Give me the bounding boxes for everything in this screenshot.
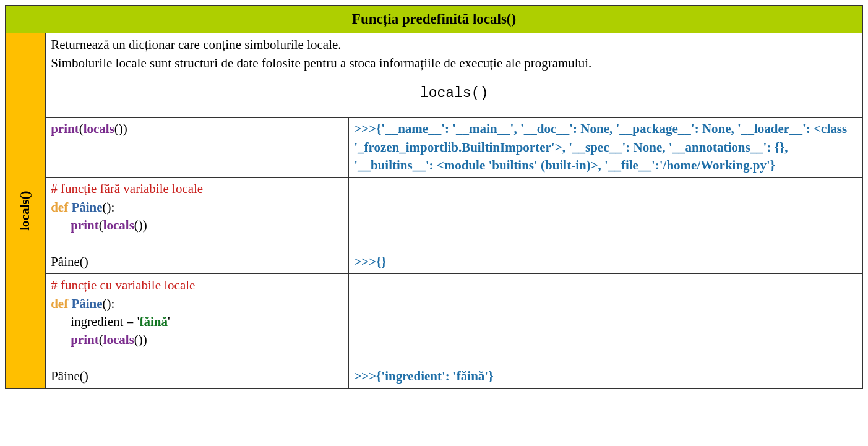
code-token: print — [71, 332, 99, 347]
code-token: locals — [84, 121, 114, 136]
example-row-1: print(locals()) >>>{'__name__': '__main_… — [6, 118, 863, 178]
code-line — [51, 350, 343, 367]
table-header-row: Funcția predefinită locals() — [6, 6, 863, 33]
repl-output: {'__name__': '__main__', '__doc__': None… — [354, 121, 847, 173]
code-token: ' — [168, 314, 170, 329]
code-token: ()) — [134, 218, 147, 233]
code-token: ()) — [114, 121, 127, 136]
code-token: Pâine — [71, 200, 102, 215]
locals-reference-table: Funcția predefinită locals() locals() Re… — [5, 5, 863, 389]
description-row: locals() Returnează un dicționar care co… — [6, 33, 863, 118]
output-cell-1: >>>{'__name__': '__main__', '__doc__': N… — [349, 118, 863, 178]
code-token: # funcție cu variabile locale — [51, 278, 195, 293]
code-line — [51, 235, 343, 253]
example-row-2: # funcție fără variabile localedef Pâine… — [6, 178, 863, 274]
example-row-3: # funcție cu variabile localedef Pâine()… — [6, 274, 863, 388]
repl-output: {} — [376, 254, 387, 269]
desc-line2: Simbolurile locale sunt structuri de dat… — [51, 56, 591, 71]
code-token: def — [51, 296, 71, 311]
repl-prompt: >>> — [354, 254, 376, 269]
code-token: ( — [79, 121, 84, 136]
code-token: ( — [99, 332, 103, 347]
code-line: print(locals()) — [51, 331, 343, 349]
code-token: Pâine() — [51, 369, 88, 384]
code-line: # funcție fără variabile locale — [51, 180, 343, 198]
code-token: Pâine — [71, 296, 102, 311]
code-line: def Pâine(): — [51, 295, 343, 313]
code-cell-3: # funcție cu variabile localedef Pâine()… — [46, 274, 349, 388]
code-token: locals — [103, 332, 134, 347]
code-line: def Pâine(): — [51, 199, 343, 217]
code-line: Pâine() — [51, 367, 343, 385]
code-token: (): — [103, 200, 115, 215]
function-signature: locals() — [51, 84, 857, 103]
code-token: făină — [139, 314, 168, 329]
table-title: Funcția predefinită locals() — [6, 6, 863, 33]
repl-prompt: >>> — [354, 369, 376, 384]
code-token: (): — [103, 296, 115, 311]
code-cell-2: # funcție fără variabile localedef Pâine… — [46, 178, 349, 274]
code-token: Pâine() — [51, 254, 88, 269]
code-token: print — [51, 121, 79, 136]
side-label-cell: locals() — [6, 33, 46, 388]
output-cell-3: >>>{'ingredient': 'făină'} — [349, 274, 863, 388]
side-label-text: locals() — [16, 191, 34, 231]
code-token: print — [71, 218, 99, 233]
output-cell-2: >>>{} — [349, 178, 863, 274]
code-line: print(locals()) — [51, 217, 343, 234]
repl-prompt: >>> — [354, 121, 376, 136]
code-line: Pâine() — [51, 253, 343, 271]
code-cell-1: print(locals()) — [46, 118, 349, 178]
desc-line1: Returnează un dicționar care conține sim… — [51, 37, 341, 52]
code-line: ingredient = 'făină' — [51, 313, 343, 331]
code-token: ()) — [134, 332, 147, 347]
code-token: # funcție fără variabile locale — [51, 181, 203, 196]
code-line: # funcție cu variabile locale — [51, 277, 343, 294]
description-cell: Returnează un dicționar care conține sim… — [46, 33, 863, 118]
repl-output: {'ingredient': 'făină'} — [376, 369, 493, 384]
code-token: locals — [103, 218, 134, 233]
code-token: def — [51, 200, 71, 215]
code-token: ingredient = ' — [71, 314, 139, 329]
code-token: ( — [99, 218, 103, 233]
